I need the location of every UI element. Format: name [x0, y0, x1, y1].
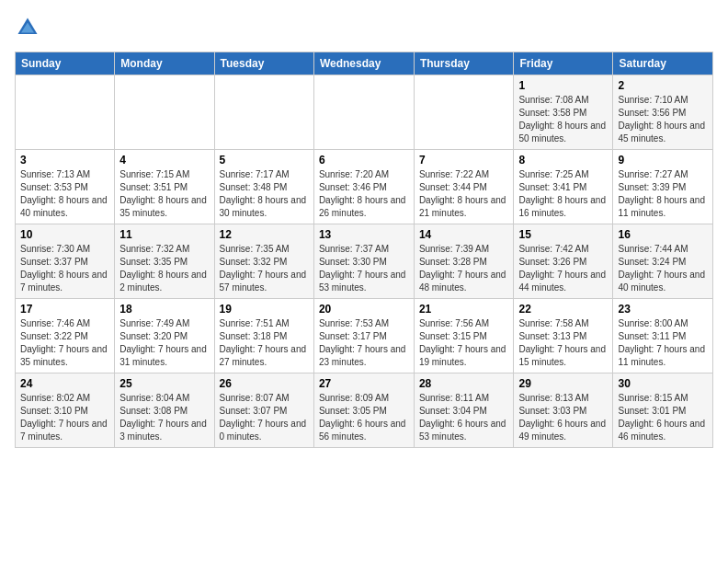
- day-info: Sunrise: 7:35 AM Sunset: 3:32 PM Dayligh…: [220, 243, 309, 294]
- day-number: 6: [319, 154, 409, 167]
- day-info: Sunrise: 7:56 AM Sunset: 3:15 PM Dayligh…: [419, 317, 509, 369]
- day-number: 13: [319, 228, 409, 241]
- day-number: 17: [20, 303, 109, 316]
- weekday-header: Sunday: [16, 52, 115, 75]
- day-info: Sunrise: 7:39 AM Sunset: 3:28 PM Dayligh…: [419, 243, 509, 294]
- calendar-cell: 22Sunrise: 7:58 AM Sunset: 3:13 PM Dayli…: [514, 299, 613, 373]
- calendar-cell: 29Sunrise: 8:13 AM Sunset: 3:03 PM Dayli…: [514, 373, 613, 448]
- calendar-cell: 6Sunrise: 7:20 AM Sunset: 3:46 PM Daylig…: [313, 150, 414, 224]
- calendar-cell: 18Sunrise: 7:49 AM Sunset: 3:20 PM Dayli…: [115, 299, 214, 373]
- calendar-cell: 2Sunrise: 7:10 AM Sunset: 3:56 PM Daylig…: [613, 75, 713, 150]
- day-info: Sunrise: 7:46 AM Sunset: 3:22 PM Dayligh…: [20, 317, 109, 369]
- day-number: 27: [319, 377, 409, 390]
- calendar-cell: 27Sunrise: 8:09 AM Sunset: 3:05 PM Dayli…: [313, 373, 414, 448]
- logo-icon: [15, 15, 40, 40]
- day-number: 28: [419, 377, 509, 390]
- weekday-header: Wednesday: [313, 52, 414, 75]
- day-number: 26: [220, 377, 309, 390]
- day-info: Sunrise: 7:53 AM Sunset: 3:17 PM Dayligh…: [319, 317, 409, 369]
- calendar-cell: 16Sunrise: 7:44 AM Sunset: 3:24 PM Dayli…: [613, 224, 713, 299]
- calendar-cell: 26Sunrise: 8:07 AM Sunset: 3:07 PM Dayli…: [214, 373, 313, 448]
- day-number: 12: [220, 228, 309, 241]
- day-info: Sunrise: 7:25 AM Sunset: 3:41 PM Dayligh…: [518, 168, 608, 220]
- calendar-cell: 8Sunrise: 7:25 AM Sunset: 3:41 PM Daylig…: [514, 150, 613, 224]
- day-info: Sunrise: 7:13 AM Sunset: 3:53 PM Dayligh…: [20, 168, 109, 220]
- day-number: 20: [319, 303, 409, 316]
- calendar-cell: 1Sunrise: 7:08 AM Sunset: 3:58 PM Daylig…: [514, 75, 613, 150]
- calendar-cell: 5Sunrise: 7:17 AM Sunset: 3:48 PM Daylig…: [214, 150, 313, 224]
- day-info: Sunrise: 7:27 AM Sunset: 3:39 PM Dayligh…: [618, 168, 708, 220]
- day-info: Sunrise: 7:17 AM Sunset: 3:48 PM Dayligh…: [220, 168, 309, 220]
- day-number: 4: [119, 154, 209, 167]
- calendar-cell: [414, 75, 514, 150]
- day-info: Sunrise: 7:20 AM Sunset: 3:46 PM Dayligh…: [319, 168, 409, 220]
- calendar-cell: 23Sunrise: 8:00 AM Sunset: 3:11 PM Dayli…: [613, 299, 713, 373]
- logo: [15, 15, 44, 40]
- calendar-cell: 13Sunrise: 7:37 AM Sunset: 3:30 PM Dayli…: [313, 224, 414, 299]
- day-number: 1: [518, 79, 608, 92]
- day-info: Sunrise: 8:15 AM Sunset: 3:01 PM Dayligh…: [618, 392, 708, 443]
- day-number: 15: [518, 228, 608, 241]
- calendar-cell: 9Sunrise: 7:27 AM Sunset: 3:39 PM Daylig…: [613, 150, 713, 224]
- calendar-cell: 17Sunrise: 7:46 AM Sunset: 3:22 PM Dayli…: [16, 299, 115, 373]
- day-number: 21: [419, 303, 509, 316]
- calendar-cell: [313, 75, 414, 150]
- day-number: 11: [119, 228, 209, 241]
- calendar-week-row: 10Sunrise: 7:30 AM Sunset: 3:37 PM Dayli…: [16, 224, 713, 299]
- calendar-week-row: 24Sunrise: 8:02 AM Sunset: 3:10 PM Dayli…: [16, 373, 713, 448]
- calendar-cell: 25Sunrise: 8:04 AM Sunset: 3:08 PM Dayli…: [115, 373, 214, 448]
- day-number: 25: [119, 377, 209, 390]
- day-number: 14: [419, 228, 509, 241]
- calendar-cell: 3Sunrise: 7:13 AM Sunset: 3:53 PM Daylig…: [16, 150, 115, 224]
- day-number: 18: [119, 303, 209, 316]
- day-info: Sunrise: 7:44 AM Sunset: 3:24 PM Dayligh…: [618, 243, 708, 294]
- day-info: Sunrise: 7:15 AM Sunset: 3:51 PM Dayligh…: [119, 168, 209, 220]
- day-info: Sunrise: 7:58 AM Sunset: 3:13 PM Dayligh…: [518, 317, 608, 369]
- weekday-header: Monday: [115, 52, 214, 75]
- calendar-cell: 14Sunrise: 7:39 AM Sunset: 3:28 PM Dayli…: [414, 224, 514, 299]
- weekday-header: Saturday: [613, 52, 713, 75]
- weekday-header: Tuesday: [214, 52, 313, 75]
- day-info: Sunrise: 7:42 AM Sunset: 3:26 PM Dayligh…: [518, 243, 608, 294]
- day-number: 29: [518, 377, 608, 390]
- day-info: Sunrise: 7:22 AM Sunset: 3:44 PM Dayligh…: [419, 168, 509, 220]
- day-info: Sunrise: 7:49 AM Sunset: 3:20 PM Dayligh…: [119, 317, 209, 369]
- weekday-header: Friday: [514, 52, 613, 75]
- day-number: 23: [618, 303, 708, 316]
- day-info: Sunrise: 8:04 AM Sunset: 3:08 PM Dayligh…: [119, 392, 209, 443]
- calendar-cell: 10Sunrise: 7:30 AM Sunset: 3:37 PM Dayli…: [16, 224, 115, 299]
- calendar-cell: 11Sunrise: 7:32 AM Sunset: 3:35 PM Dayli…: [115, 224, 214, 299]
- weekday-header-row: SundayMondayTuesdayWednesdayThursdayFrid…: [16, 52, 713, 75]
- day-info: Sunrise: 8:07 AM Sunset: 3:07 PM Dayligh…: [220, 392, 309, 443]
- calendar-cell: 4Sunrise: 7:15 AM Sunset: 3:51 PM Daylig…: [115, 150, 214, 224]
- calendar-cell: [214, 75, 313, 150]
- day-info: Sunrise: 7:10 AM Sunset: 3:56 PM Dayligh…: [618, 94, 708, 145]
- day-info: Sunrise: 8:11 AM Sunset: 3:04 PM Dayligh…: [419, 392, 509, 443]
- day-number: 16: [618, 228, 708, 241]
- calendar-table: SundayMondayTuesdayWednesdayThursdayFrid…: [15, 52, 713, 448]
- day-number: 2: [618, 79, 708, 92]
- day-info: Sunrise: 7:08 AM Sunset: 3:58 PM Dayligh…: [518, 94, 608, 145]
- day-number: 7: [419, 154, 509, 167]
- day-info: Sunrise: 7:30 AM Sunset: 3:37 PM Dayligh…: [20, 243, 109, 294]
- calendar-cell: 20Sunrise: 7:53 AM Sunset: 3:17 PM Dayli…: [313, 299, 414, 373]
- calendar-cell: 30Sunrise: 8:15 AM Sunset: 3:01 PM Dayli…: [613, 373, 713, 448]
- calendar-cell: 28Sunrise: 8:11 AM Sunset: 3:04 PM Dayli…: [414, 373, 514, 448]
- day-number: 8: [518, 154, 608, 167]
- day-info: Sunrise: 8:13 AM Sunset: 3:03 PM Dayligh…: [518, 392, 608, 443]
- calendar-cell: 21Sunrise: 7:56 AM Sunset: 3:15 PM Dayli…: [414, 299, 514, 373]
- day-info: Sunrise: 8:00 AM Sunset: 3:11 PM Dayligh…: [618, 317, 708, 369]
- day-number: 9: [618, 154, 708, 167]
- calendar-cell: 7Sunrise: 7:22 AM Sunset: 3:44 PM Daylig…: [414, 150, 514, 224]
- day-number: 10: [20, 228, 109, 241]
- page-header: [15, 15, 713, 40]
- calendar-cell: 19Sunrise: 7:51 AM Sunset: 3:18 PM Dayli…: [214, 299, 313, 373]
- weekday-header: Thursday: [414, 52, 514, 75]
- day-number: 30: [618, 377, 708, 390]
- day-number: 19: [220, 303, 309, 316]
- day-info: Sunrise: 7:32 AM Sunset: 3:35 PM Dayligh…: [119, 243, 209, 294]
- day-info: Sunrise: 7:51 AM Sunset: 3:18 PM Dayligh…: [220, 317, 309, 369]
- day-info: Sunrise: 7:37 AM Sunset: 3:30 PM Dayligh…: [319, 243, 409, 294]
- day-info: Sunrise: 8:02 AM Sunset: 3:10 PM Dayligh…: [20, 392, 109, 443]
- day-number: 5: [220, 154, 309, 167]
